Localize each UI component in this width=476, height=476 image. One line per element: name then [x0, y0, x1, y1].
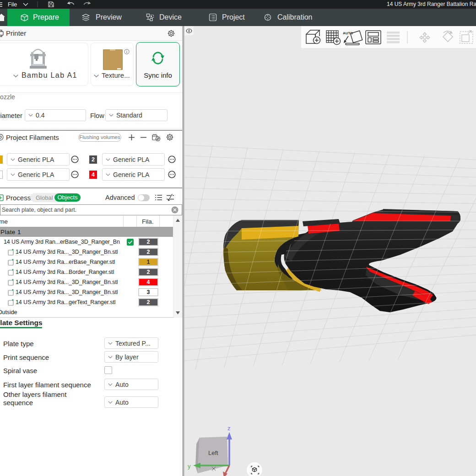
svg-text:File: File: [8, 1, 17, 8]
svg-text:z: z: [227, 425, 231, 432]
svg-text:Left: Left: [208, 449, 218, 456]
svg-text:y: y: [188, 463, 191, 470]
